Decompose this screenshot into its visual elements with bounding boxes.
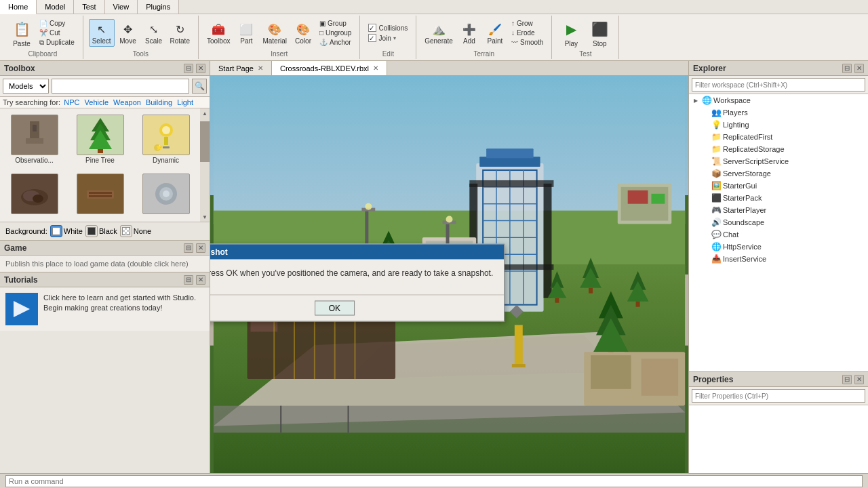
color-button[interactable]: 🎨 Color <box>291 20 315 46</box>
viewport-tab-start[interactable]: Start Page ✕ <box>210 61 272 75</box>
paste-button[interactable]: 📋 Paste <box>8 17 35 49</box>
grow-icon: ↑ <box>511 20 515 27</box>
toolbox-category-dropdown[interactable]: Models Decals Sounds <box>3 79 49 94</box>
explorer-float-button[interactable]: ⊟ <box>842 64 852 73</box>
tree-item-soundscape[interactable]: ▶ 🔊 Soundscape <box>689 216 868 228</box>
toolbox-thumb-5 <box>77 174 124 214</box>
game-float-button[interactable]: ⊟ <box>184 243 193 253</box>
properties-float-button[interactable]: ⊟ <box>842 375 852 384</box>
explorer-filter-input[interactable] <box>692 78 865 92</box>
toolbox-item-dynamic[interactable]: ⭐ Dynamic <box>134 111 197 167</box>
erode-button[interactable]: ↓ Erode <box>509 28 546 37</box>
viewport-tab-crossroads-close[interactable]: ✕ <box>373 64 378 72</box>
toolbox-search-input[interactable] <box>52 79 189 94</box>
tab-home[interactable]: Home <box>0 0 37 14</box>
grow-button[interactable]: ↑ Grow <box>509 19 546 28</box>
suggestion-weapon[interactable]: Weapon <box>113 98 141 106</box>
bg-white-option[interactable]: White <box>50 225 83 237</box>
ungroup-button[interactable]: □ Ungroup <box>317 28 354 37</box>
tab-test[interactable]: Test <box>74 0 104 14</box>
rs-label: ReplicatedStorage <box>723 145 785 153</box>
properties-filter-input[interactable] <box>692 389 865 403</box>
tree-item-starter-pack[interactable]: ▶ ⬛ StarterPack <box>689 192 868 204</box>
generate-button[interactable]: ⛰️ Generate <box>422 20 456 46</box>
scale-button[interactable]: ⤡ Scale <box>142 20 166 46</box>
tree-item-starter-player[interactable]: ▶ 🎮 StarterPlayer <box>689 204 868 216</box>
toolbox-item-pine-tree[interactable]: Pine Tree <box>68 111 132 167</box>
tree-item-replicated-storage[interactable]: ▶ 📁 ReplicatedStorage <box>689 143 868 155</box>
tree-item-http-service[interactable]: ▶ 🌐 HttpService <box>689 241 868 253</box>
stop-button[interactable]: ⬛ Stop <box>586 17 613 49</box>
add-terrain-button[interactable]: ➕ Add <box>457 20 481 46</box>
tree-item-insert-service[interactable]: ▶ 📥 InsertService <box>689 253 868 265</box>
tab-model[interactable]: Model <box>37 0 74 14</box>
tree-item-replicated-first[interactable]: ▶ 📁 ReplicatedFirst <box>689 131 868 143</box>
tutorials-title: Tutorials <box>4 275 38 285</box>
toolbox-item-6[interactable] <box>134 170 197 219</box>
viewport-tab-start-close[interactable]: ✕ <box>258 64 263 72</box>
paint-icon: 🖌️ <box>487 21 503 37</box>
test-group: ▶ Play ⬛ Stop Test <box>552 16 619 59</box>
smooth-button[interactable]: 〰 Smooth <box>509 38 546 47</box>
anchor-button[interactable]: ⚓ Anchor <box>317 38 354 47</box>
suggestion-light[interactable]: Light <box>177 98 193 106</box>
toolbox-search-button[interactable]: 🔍 <box>192 79 207 94</box>
toolbox-item-observatory[interactable]: Observatio... <box>3 111 66 167</box>
copy-button[interactable]: 📄 Copy <box>37 19 77 28</box>
tab-plugins[interactable]: Plugins <box>138 0 179 14</box>
tab-view[interactable]: View <box>105 0 138 14</box>
material-button[interactable]: 🎨 Material <box>260 20 290 46</box>
explorer-close-button[interactable]: ✕ <box>854 64 864 73</box>
workspace-expand[interactable]: ▶ <box>692 96 700 104</box>
bg-none-option[interactable]: None <box>120 225 151 237</box>
group-button[interactable]: ▣ Group <box>317 19 354 28</box>
toolbox-float-button[interactable]: ⊟ <box>184 64 193 73</box>
main-layout: Toolbox ⊟ ✕ Models Decals Sounds 🔍 Try s… <box>0 61 868 473</box>
toolbox-scrollbar[interactable]: ▲ ▼ <box>200 108 210 222</box>
toolbox-close-button[interactable]: ✕ <box>196 64 205 73</box>
command-input[interactable] <box>5 475 863 487</box>
tutorials-close-button[interactable]: ✕ <box>196 275 205 285</box>
toolbox-with-scroll: Observatio... Pine Tree <box>0 108 210 222</box>
toolbox-item-4[interactable] <box>3 170 66 219</box>
tree-item-players[interactable]: ▶ 👥 Players <box>689 106 868 119</box>
join-button[interactable]: Join ▾ <box>366 33 410 43</box>
move-button[interactable]: ✥ Move <box>116 20 140 46</box>
dialog-ok-button[interactable]: OK <box>315 300 355 315</box>
tree-item-lighting[interactable]: ▶ 💡 Lighting <box>689 119 868 131</box>
toolbox-button[interactable]: 🧰 Toolbox <box>204 20 233 46</box>
viewport-tab-crossroads[interactable]: Crossroads-RBLXDEV.rbxl ✕ <box>272 61 387 75</box>
cut-icon: ✂️ <box>39 29 47 37</box>
svg-rect-19 <box>89 195 112 197</box>
erode-icon: ↓ <box>511 29 515 37</box>
duplicate-button[interactable]: ⧉ Duplicate <box>37 38 77 47</box>
viewport-canvas[interactable]: Take Snapshot ⚠️ Press OK when you've po… <box>210 76 688 473</box>
tree-item-server-storage[interactable]: ▶ 📦 ServerStorage <box>689 167 868 180</box>
game-publish-link[interactable]: Publish this place to load game data (do… <box>0 256 210 272</box>
tutorials-float-button[interactable]: ⊟ <box>184 275 193 285</box>
select-button[interactable]: ↖ Select <box>89 19 115 47</box>
paint-button[interactable]: 🖌️ Paint <box>483 20 507 46</box>
workspace-label: Workspace <box>713 96 751 104</box>
rotate-button[interactable]: ↻ Rotate <box>167 20 193 46</box>
suggestion-npc[interactable]: NPC <box>64 98 79 106</box>
suggestion-vehicle[interactable]: Vehicle <box>85 98 108 106</box>
collisions-button[interactable]: Collisions <box>366 23 410 33</box>
toolbox-name-dynamic: Dynamic <box>153 157 179 164</box>
tree-item-server-script[interactable]: ▶ 📜 ServerScriptService <box>689 155 868 167</box>
game-close-button[interactable]: ✕ <box>196 243 205 253</box>
play-button[interactable]: ▶ Play <box>557 17 585 49</box>
properties-close-button[interactable]: ✕ <box>854 375 864 384</box>
tree-item-starter-gui[interactable]: ▶ 🖼️ StarterGui <box>689 180 868 192</box>
tree-item-workspace[interactable]: ▶ 🌐 Workspace <box>689 94 868 106</box>
scrollbar-thumb[interactable] <box>200 121 210 162</box>
tutorials-content[interactable]: Click here to learn and get started with… <box>0 287 210 331</box>
suggestion-building[interactable]: Building <box>146 98 172 106</box>
toolbox-item-5[interactable] <box>68 170 132 219</box>
toolbox-scroll-content: Observatio... Pine Tree <box>0 108 200 222</box>
bg-black-option[interactable]: Black <box>85 225 117 237</box>
tree-item-chat[interactable]: ▶ 💬 Chat <box>689 228 868 241</box>
chat-label: Chat <box>723 230 738 239</box>
part-button[interactable]: ⬜ Part <box>234 20 258 46</box>
cut-button[interactable]: ✂️ Cut <box>37 28 77 37</box>
